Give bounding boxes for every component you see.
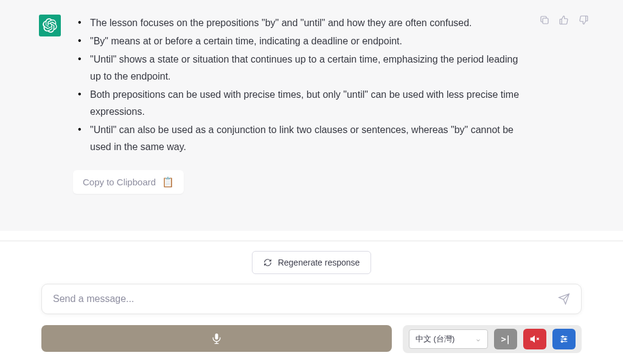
assistant-message: The lesson focuses on the prepositions "… [0,0,623,208]
microphone-icon [211,332,223,345]
mute-button[interactable] [523,329,546,349]
language-select[interactable]: 中文 (台灣) [409,329,488,349]
message-actions [539,15,589,194]
clipboard-icon: 📋 [162,176,174,188]
input-wrapper [41,284,582,314]
language-label: 中文 (台灣) [416,334,454,345]
insert-icon: >| [501,334,510,344]
copy-to-clipboard-button[interactable]: Copy to Clipboard 📋 [73,170,184,194]
input-row [0,284,623,325]
thumbs-up-icon[interactable] [559,15,569,26]
message-content: The lesson focuses on the prepositions "… [73,15,527,194]
chevron-down-icon [475,336,481,342]
regenerate-label: Regenerate response [278,258,360,267]
bullet-list: The lesson focuses on the prepositions "… [73,15,527,156]
microphone-button[interactable] [41,325,392,352]
send-icon [558,293,570,305]
right-controls: 中文 (台灣) >| [403,325,582,353]
insert-button[interactable]: >| [494,329,517,349]
thumbs-down-icon[interactable] [578,15,589,26]
copy-icon[interactable] [539,15,550,26]
bottom-section: Regenerate response 中文 (台灣) >| [0,231,623,364]
speaker-off-icon [530,334,540,344]
list-item: "By" means at or before a certain time, … [73,33,527,50]
list-item: The lesson focuses on the prepositions "… [73,15,527,32]
list-item: Both prepositions can be used with preci… [73,86,527,120]
svg-point-5 [565,338,566,340]
openai-logo-icon [43,18,57,33]
svg-point-6 [561,341,563,343]
svg-point-4 [562,336,564,338]
message-input[interactable] [53,294,558,304]
toolbar-row: 中文 (台灣) >| [0,325,623,364]
list-item: "Until" shows a state or situation that … [73,51,527,85]
svg-rect-0 [543,18,548,24]
send-button[interactable] [558,293,570,305]
refresh-icon [263,258,272,267]
regenerate-wrapper: Regenerate response [0,251,623,274]
assistant-avatar [39,15,61,36]
list-item: "Until" can also be used as a conjunctio… [73,122,527,156]
regenerate-button[interactable]: Regenerate response [252,251,372,274]
copy-clipboard-label: Copy to Clipboard [83,177,156,187]
sliders-icon [559,334,569,344]
settings-button[interactable] [552,329,576,349]
